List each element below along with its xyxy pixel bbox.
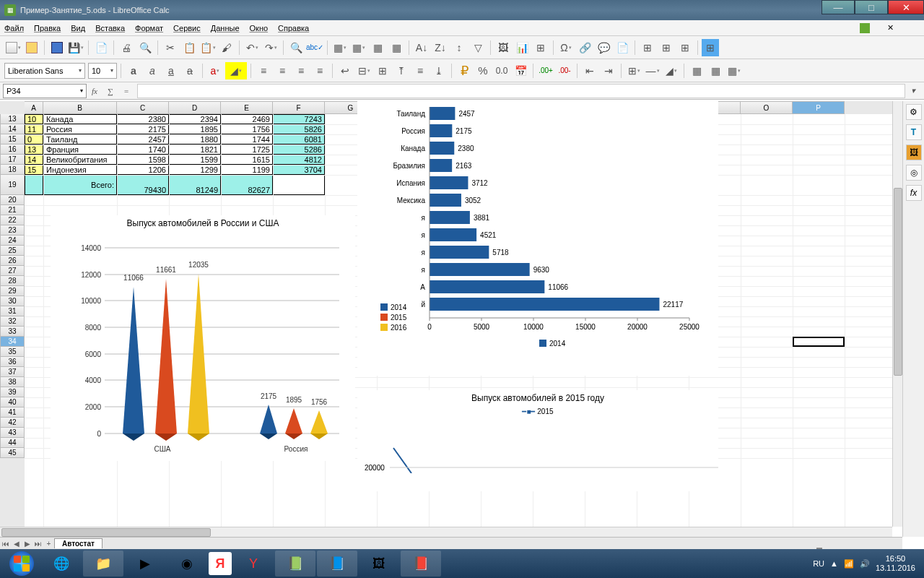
column-header-C[interactable]: C xyxy=(117,101,169,114)
bold-button[interactable]: a xyxy=(125,62,142,79)
row-header[interactable]: 29 xyxy=(0,286,25,296)
sidebar-navigator-icon[interactable]: ◎ xyxy=(906,165,922,181)
cell[interactable]: 82627 xyxy=(221,175,273,195)
column-header-D[interactable]: D xyxy=(169,101,221,114)
menu-edit[interactable]: Правка xyxy=(34,24,61,33)
new-button[interactable] xyxy=(4,39,22,56)
find-button[interactable]: 🔍 xyxy=(287,39,305,56)
cell[interactable]: 11 xyxy=(25,124,43,134)
row-header[interactable]: 35 xyxy=(0,347,25,357)
cell[interactable]: 3704 xyxy=(273,165,325,175)
row-header[interactable]: 36 xyxy=(0,357,25,367)
unmerge-button[interactable]: ⊞ xyxy=(374,62,391,79)
tray-volume-icon[interactable]: 🔊 xyxy=(860,559,870,569)
cell[interactable]: 2175 xyxy=(117,124,169,134)
tab-next-button[interactable]: ▶ xyxy=(22,540,32,548)
cell[interactable]: 1598 xyxy=(117,155,169,165)
row-header[interactable]: 15 xyxy=(0,134,25,144)
valign-bot-button[interactable]: ⤓ xyxy=(430,62,448,79)
system-tray[interactable]: RU ▲ 📶 🔊 16:5013.11.2016 xyxy=(813,554,921,573)
copy-button[interactable]: 📋 xyxy=(180,39,198,56)
highlight-button[interactable]: ◢ xyxy=(225,62,247,79)
symbol-button[interactable]: Ω xyxy=(557,39,575,56)
tray-clock[interactable]: 16:5013.11.2016 xyxy=(876,554,915,573)
cell[interactable]: 2457 xyxy=(117,134,169,144)
cell[interactable]: 15 xyxy=(25,165,43,175)
equals-button[interactable]: = xyxy=(118,84,134,98)
horizontal-scrollbar[interactable] xyxy=(0,527,892,537)
font-name-combo[interactable]: Liberation Sans xyxy=(4,63,85,79)
taskbar-yabrowser-icon[interactable]: Y xyxy=(233,551,274,577)
extension-icon[interactable] xyxy=(860,23,870,33)
tray-flag-icon[interactable]: ▲ xyxy=(830,559,838,568)
split-button[interactable]: ⊞ xyxy=(658,39,675,56)
cell[interactable]: 13 xyxy=(25,144,43,155)
cell[interactable]: 2469 xyxy=(221,114,273,124)
header-button[interactable]: 📄 xyxy=(614,39,631,56)
sheet-tab[interactable]: Автостат xyxy=(54,538,103,548)
underline-button[interactable]: a xyxy=(162,62,180,79)
chart-line[interactable]: Выпуск автомобилей в 2015 году ━■━ 2015 … xyxy=(357,390,718,491)
row-header[interactable]: 27 xyxy=(0,266,25,276)
tab-add-button[interactable]: + xyxy=(43,540,54,548)
cell[interactable]: 5286 xyxy=(273,144,325,155)
inc-decimal-button[interactable]: .00+ xyxy=(537,62,554,79)
align-right-button[interactable]: ≡ xyxy=(292,62,310,79)
sort-desc-button[interactable]: Z↓ xyxy=(432,39,449,56)
cell-reference-box[interactable]: P34 xyxy=(3,84,87,98)
row-header[interactable]: 37 xyxy=(0,367,25,377)
tray-lang[interactable]: RU xyxy=(813,559,824,568)
vertical-scrollbar[interactable] xyxy=(892,101,902,527)
cell[interactable]: 14 xyxy=(25,155,43,165)
cell[interactable]: Франция xyxy=(43,144,117,155)
cell[interactable] xyxy=(273,175,325,195)
cell[interactable]: 1599 xyxy=(169,155,221,165)
del-row-button[interactable]: ▦ xyxy=(369,39,386,56)
menu-window[interactable]: Окно xyxy=(250,24,269,33)
dec-decimal-button[interactable]: .00- xyxy=(556,62,573,79)
row-header[interactable]: 18 xyxy=(0,165,25,175)
column-header-O[interactable]: O xyxy=(741,101,793,114)
column-header-B[interactable]: B xyxy=(43,101,117,114)
row-header[interactable]: 13 xyxy=(0,114,25,124)
row-header[interactable]: 23 xyxy=(0,225,25,236)
cell[interactable]: 81249 xyxy=(169,175,221,195)
row-header[interactable]: 21 xyxy=(0,205,25,215)
row-header[interactable]: 17 xyxy=(0,155,25,165)
save-button[interactable] xyxy=(48,39,66,56)
menu-help[interactable]: Справка xyxy=(278,24,309,33)
wrap-button[interactable]: ↩ xyxy=(336,62,354,79)
align-left-button[interactable]: ≡ xyxy=(255,62,272,79)
formula-expand-button[interactable]: ▾ xyxy=(905,84,921,98)
row-header[interactable]: 40 xyxy=(0,397,25,407)
function-wizard-button[interactable]: fx xyxy=(87,84,103,98)
taskbar-pictures-icon[interactable]: 🖼 xyxy=(359,551,399,577)
format-paint-button[interactable]: 🖌 xyxy=(218,39,235,56)
redo-button[interactable]: ↷ xyxy=(262,39,279,56)
row-header[interactable]: 33 xyxy=(0,327,25,337)
cell[interactable]: 6081 xyxy=(273,134,325,144)
valign-top-button[interactable]: ⤒ xyxy=(393,62,410,79)
cell[interactable]: 1615 xyxy=(221,155,273,165)
column-header-P[interactable]: P xyxy=(793,101,845,114)
window-button[interactable]: ⊞ xyxy=(676,39,694,56)
font-size-combo[interactable]: 10 xyxy=(88,63,117,79)
inc-indent-button[interactable]: ⇥ xyxy=(600,62,617,79)
styles-button[interactable]: ▦ xyxy=(725,62,743,79)
cell[interactable]: Канада xyxy=(43,114,117,124)
cell[interactable]: 1821 xyxy=(169,144,221,155)
start-button[interactable] xyxy=(3,550,40,577)
menu-insert[interactable]: Вставка xyxy=(95,24,125,33)
export-pdf-button[interactable]: 📄 xyxy=(92,39,110,56)
cell[interactable]: 1740 xyxy=(117,144,169,155)
taskbar-yandex-icon[interactable]: Я xyxy=(209,552,232,575)
taskbar-app-icon[interactable]: 📕 xyxy=(401,551,441,577)
autoformat-button[interactable]: ▦ xyxy=(688,62,705,79)
row-header[interactable]: 44 xyxy=(0,438,25,448)
sidebar-styles-icon[interactable]: T xyxy=(906,124,922,140)
cell[interactable]: 7243 xyxy=(273,114,325,124)
taskbar-media-icon[interactable]: ▶ xyxy=(125,551,165,577)
row-header[interactable]: 43 xyxy=(0,428,25,438)
sort-button[interactable]: ↕ xyxy=(450,39,468,56)
cell[interactable]: 2380 xyxy=(117,114,169,124)
